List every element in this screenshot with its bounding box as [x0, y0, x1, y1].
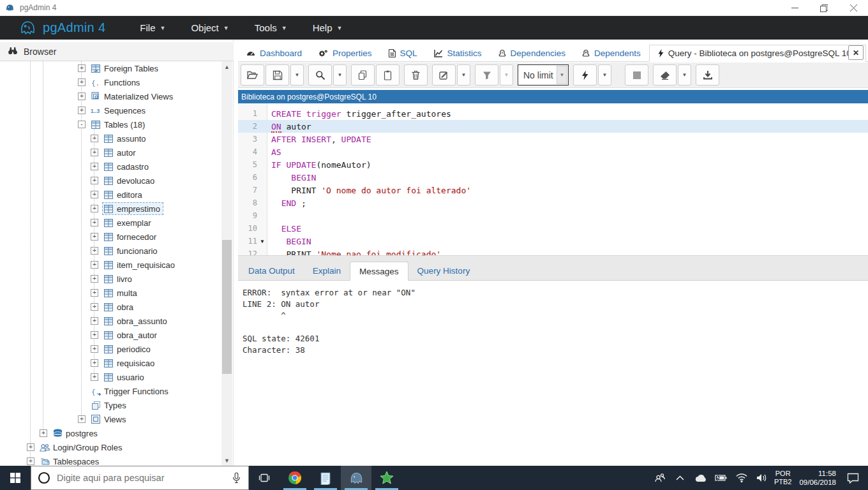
- tree-item-exemplar[interactable]: +exemplar: [0, 216, 222, 230]
- tab-query-history[interactable]: Query History: [408, 262, 479, 280]
- tree-item-obra-assunto[interactable]: +obra_assunto: [0, 314, 222, 328]
- expand-box-icon[interactable]: +: [91, 191, 98, 198]
- start-button[interactable]: [0, 466, 31, 490]
- expand-box-icon[interactable]: +: [91, 373, 98, 381]
- tree-item-cadastro[interactable]: +cadastro: [0, 160, 222, 174]
- tab-dashboard[interactable]: Dashboard: [238, 45, 310, 61]
- tree-item-sequences[interactable]: +1..3Sequences: [0, 103, 222, 117]
- code-line-9[interactable]: 9: [238, 209, 868, 222]
- tab-dependents[interactable]: Dependents: [574, 45, 649, 61]
- tree-item-postgres[interactable]: +postgres: [0, 426, 222, 440]
- tab-explain[interactable]: Explain: [304, 262, 350, 280]
- wampserver-taskbar-icon[interactable]: [371, 466, 402, 490]
- tree-item-autor[interactable]: +autor: [0, 145, 222, 160]
- expand-box-icon[interactable]: +: [91, 317, 98, 325]
- expand-box-icon[interactable]: +: [91, 219, 98, 226]
- tree-item-tablespaces[interactable]: +Tablespaces: [0, 454, 222, 466]
- expand-box-icon[interactable]: +: [91, 289, 98, 297]
- scroll-up-icon[interactable]: ▲: [221, 61, 232, 72]
- chevron-up-icon[interactable]: [672, 475, 689, 480]
- find-options-caret[interactable]: ▼: [333, 64, 347, 85]
- onedrive-icon[interactable]: [692, 474, 709, 482]
- wifi-icon[interactable]: [733, 473, 750, 482]
- clear-button[interactable]: [653, 64, 677, 85]
- tab-data-output[interactable]: Data Output: [239, 262, 304, 280]
- tree-item-foreign-tables[interactable]: +Foreign Tables: [0, 61, 222, 75]
- code-line-1[interactable]: 1CREATE trigger trigger_after_autores: [238, 107, 868, 120]
- code-line-5[interactable]: 5IF UPDATE(nomeAutor): [238, 158, 868, 171]
- minimize-button[interactable]: [780, 0, 809, 16]
- expand-box-icon[interactable]: +: [78, 415, 86, 423]
- fold-marker-icon[interactable]: ▼: [257, 239, 267, 244]
- paste-button[interactable]: [376, 64, 400, 85]
- tree-item-trigger-functions[interactable]: {..}Trigger Functions: [0, 384, 222, 398]
- tree-item-functions[interactable]: +{..}Functions: [0, 75, 222, 89]
- filter-button[interactable]: [475, 64, 498, 85]
- expand-box-icon[interactable]: +: [91, 261, 98, 269]
- tree-item-obra[interactable]: +obra: [0, 300, 222, 314]
- tree-item-livro[interactable]: +livro: [0, 272, 222, 286]
- tree-item-assunto[interactable]: +assunto: [0, 131, 222, 145]
- menu-file[interactable]: File▼: [130, 19, 176, 37]
- expand-box-icon[interactable]: +: [91, 331, 98, 339]
- row-limit-select[interactable]: No limit ▼: [518, 64, 569, 85]
- language-indicator[interactable]: PORPTB2: [774, 470, 792, 486]
- execute-options-caret[interactable]: ▼: [598, 64, 611, 85]
- tree-item-login-group-roles[interactable]: +Login/Group Roles: [0, 440, 222, 454]
- stop-button[interactable]: [625, 64, 648, 85]
- search-input[interactable]: [57, 473, 232, 483]
- microphone-icon[interactable]: [232, 472, 241, 484]
- open-file-button[interactable]: [241, 64, 264, 85]
- expand-box-icon[interactable]: +: [91, 163, 98, 170]
- code-line-6[interactable]: 6 BEGIN: [238, 171, 868, 184]
- tree-item-multa[interactable]: +multa: [0, 286, 222, 300]
- tree-item-types[interactable]: Types: [0, 398, 222, 412]
- expand-box-icon[interactable]: +: [91, 149, 98, 156]
- tab-messages[interactable]: Messages: [350, 262, 408, 281]
- expand-box-icon[interactable]: +: [40, 429, 47, 437]
- tree-item-editora[interactable]: +editora: [0, 188, 222, 202]
- edit-button[interactable]: [432, 64, 456, 85]
- tree-item-item-requisicao[interactable]: +item_requisicao: [0, 258, 222, 272]
- code-line-10[interactable]: 10 ELSE: [238, 222, 868, 235]
- find-button[interactable]: [308, 64, 332, 85]
- menu-object[interactable]: Object▼: [181, 19, 239, 37]
- expand-box-icon[interactable]: +: [91, 275, 98, 283]
- expand-box-icon[interactable]: +: [27, 457, 34, 465]
- tab-properties[interactable]: Properties: [310, 45, 380, 61]
- tree-item-materialized-views[interactable]: +Materialized Views: [0, 89, 222, 103]
- expand-box-icon[interactable]: +: [27, 443, 34, 451]
- tab-query[interactable]: Query - Biblioteca on postgres@PostgreSQ…: [649, 45, 866, 62]
- speaker-icon[interactable]: [754, 473, 770, 482]
- close-button[interactable]: [839, 0, 868, 16]
- chrome-taskbar-icon[interactable]: [280, 466, 310, 490]
- restore-button[interactable]: [809, 0, 839, 16]
- tree-item-tables-18[interactable]: -Tables (18): [0, 117, 222, 131]
- task-view-button[interactable]: [249, 466, 280, 490]
- tree-item-usuario[interactable]: +usuario: [0, 370, 222, 384]
- expand-box-icon[interactable]: +: [78, 78, 86, 86]
- expand-box-icon[interactable]: +: [78, 107, 86, 114]
- menu-help[interactable]: Help▼: [303, 19, 353, 37]
- expand-box-icon[interactable]: +: [78, 64, 86, 72]
- pgadmin-taskbar-icon[interactable]: [341, 466, 371, 490]
- save-button[interactable]: [266, 64, 289, 85]
- tree-item-funcionario[interactable]: +funcionario: [0, 244, 222, 258]
- code-line-8[interactable]: 8 END ;: [238, 197, 868, 209]
- expand-box-icon[interactable]: +: [91, 233, 98, 241]
- battery-icon[interactable]: [713, 474, 730, 482]
- clock[interactable]: 11:5809/06/2018: [799, 469, 836, 487]
- tree-item-obra-autor[interactable]: +obra_autor: [0, 328, 222, 342]
- clear-options-caret[interactable]: ▼: [678, 64, 691, 85]
- execute-button[interactable]: [573, 64, 597, 85]
- expand-box-icon[interactable]: +: [78, 93, 86, 100]
- sidebar-scrollbar[interactable]: ▲ ▼: [221, 61, 232, 466]
- tree-item-requisicao[interactable]: +requisicao: [0, 356, 222, 370]
- expand-box-icon[interactable]: +: [91, 177, 98, 184]
- code-line-4[interactable]: 4AS: [238, 145, 868, 158]
- tab-sql[interactable]: SQL: [380, 45, 426, 61]
- copy-button[interactable]: [351, 64, 375, 85]
- people-icon[interactable]: [652, 473, 668, 483]
- code-line-2[interactable]: 2ON autor: [238, 120, 868, 133]
- action-center-icon[interactable]: [840, 473, 865, 484]
